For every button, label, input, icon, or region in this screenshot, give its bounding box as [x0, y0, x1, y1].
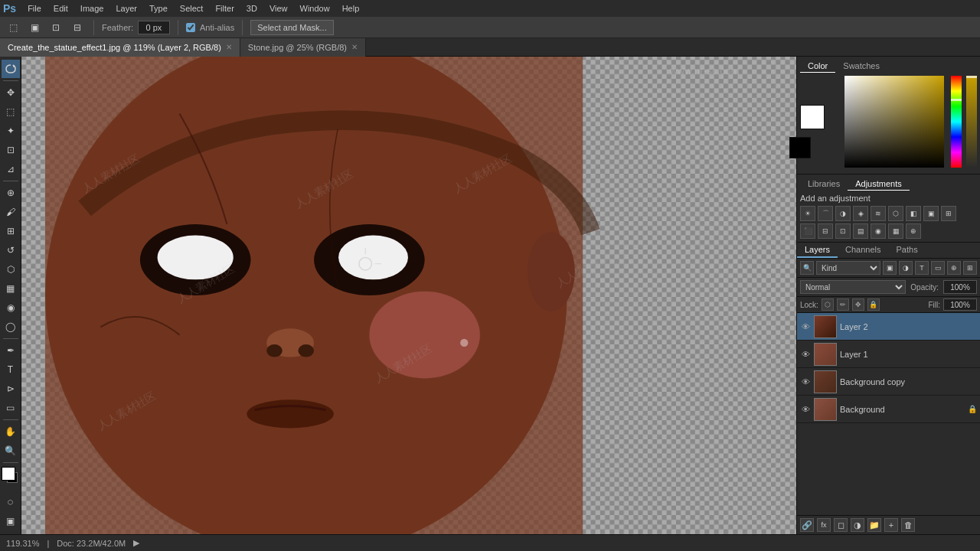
- adj-curves[interactable]: ⌒: [818, 206, 833, 221]
- adj-vibrance[interactable]: ◈: [853, 206, 868, 221]
- tab-0-close[interactable]: ✕: [226, 43, 232, 51]
- tab-channels[interactable]: Channels: [838, 243, 888, 258]
- tab-adjustments[interactable]: Adjustments: [848, 178, 910, 191]
- tool-shape[interactable]: ▭: [2, 399, 20, 417]
- menu-window[interactable]: Window: [295, 2, 335, 15]
- select-mask-button[interactable]: Select and Mask...: [250, 20, 334, 35]
- blend-mode-select[interactable]: Normal: [800, 280, 906, 294]
- tool-eraser[interactable]: ⬡: [2, 260, 20, 279]
- menu-3d[interactable]: 3D: [241, 2, 263, 15]
- menu-layer[interactable]: Layer: [110, 2, 142, 15]
- tab-swatches[interactable]: Swatches: [835, 60, 887, 73]
- layer-eye-bg[interactable]: 👁: [800, 404, 811, 415]
- tool-clone[interactable]: ⊞: [2, 222, 20, 240]
- layer-eye-bgcopy[interactable]: 👁: [800, 377, 811, 387]
- status-arrow[interactable]: ▶: [133, 538, 139, 548]
- adj-brightness[interactable]: ☀: [800, 206, 815, 221]
- tool-magic-wand[interactable]: ✦: [2, 122, 20, 140]
- layer-item[interactable]: 👁 Layer 1: [797, 341, 980, 368]
- adj-exposure[interactable]: ◑: [835, 206, 851, 221]
- tool-hand[interactable]: ✋: [2, 422, 20, 441]
- layer-fx-btn[interactable]: fx: [817, 518, 831, 532]
- fg-swatch[interactable]: [800, 105, 825, 129]
- tab-paths[interactable]: Paths: [889, 243, 926, 258]
- tool-crop[interactable]: ⊡: [2, 141, 20, 159]
- layers-ctrl-shape[interactable]: ▭: [931, 261, 945, 275]
- adj-invert[interactable]: ⬛: [800, 223, 815, 239]
- tool-option-3[interactable]: ⊡: [47, 19, 64, 36]
- tool-text[interactable]: T: [2, 360, 20, 379]
- adj-bw[interactable]: ◧: [906, 206, 921, 221]
- layers-filter-kind-icon[interactable]: 🔍: [800, 261, 814, 275]
- tool-lasso[interactable]: [2, 60, 20, 78]
- color-alpha-slider[interactable]: [966, 76, 977, 168]
- menu-file[interactable]: File: [22, 2, 47, 15]
- menu-filter[interactable]: Filter: [210, 2, 239, 15]
- layers-kind-select[interactable]: Kind: [816, 261, 880, 275]
- tool-blur[interactable]: ◉: [2, 298, 20, 317]
- layer-delete-btn[interactable]: 🗑: [901, 518, 915, 532]
- adj-selective-color[interactable]: ◉: [871, 223, 886, 239]
- tool-dodge[interactable]: ◯: [2, 318, 20, 336]
- feather-input[interactable]: [138, 21, 170, 34]
- tool-rect-select[interactable]: ⬚: [2, 103, 20, 121]
- lock-all[interactable]: 🔒: [867, 298, 880, 311]
- layer-link-btn[interactable]: 🔗: [800, 518, 814, 532]
- fg-color-swatch[interactable]: [2, 467, 15, 481]
- menu-image[interactable]: Image: [75, 2, 109, 15]
- menu-view[interactable]: View: [264, 2, 293, 15]
- tool-move[interactable]: ✥: [2, 83, 20, 102]
- layers-ctrl-smart[interactable]: ⊕: [947, 261, 961, 275]
- menu-type[interactable]: Type: [144, 2, 173, 15]
- antialias-checkbox[interactable]: [186, 23, 195, 32]
- tool-pen[interactable]: ✒: [2, 341, 20, 360]
- adj-color-balance[interactable]: ⬡: [888, 206, 903, 221]
- adj-gradient-map[interactable]: ▤: [853, 223, 868, 239]
- layer-item[interactable]: 👁 Background copy: [797, 368, 980, 396]
- fill-input[interactable]: [943, 298, 977, 311]
- adj-channel-mixer[interactable]: ⊞: [941, 206, 956, 221]
- layers-ctrl-adj[interactable]: ◑: [899, 261, 913, 275]
- adj-hsl[interactable]: ≋: [871, 206, 886, 221]
- tool-zoom[interactable]: 🔍: [2, 442, 20, 460]
- layer-new-btn[interactable]: +: [884, 518, 898, 532]
- tool-eyedropper[interactable]: ⊿: [2, 160, 20, 178]
- tool-quick-mask[interactable]: ⬡: [2, 493, 20, 511]
- canvas-area[interactable]: 人人素材社区 人人素材社区 人人素材社区 人人素材社区 人人素材社区 人人素材社…: [21, 57, 796, 534]
- tool-option-4[interactable]: ⊟: [69, 19, 86, 36]
- tool-history-brush[interactable]: ↺: [2, 241, 20, 259]
- lock-position[interactable]: ✥: [852, 298, 864, 311]
- adj-photo-filter[interactable]: ▣: [923, 206, 939, 221]
- layer-mask-btn[interactable]: ◻: [834, 518, 848, 532]
- color-hue-slider[interactable]: [951, 76, 962, 168]
- tab-0[interactable]: Create_the_statue_effect1.jpg @ 119% (La…: [0, 38, 240, 57]
- lock-image[interactable]: ✏: [837, 298, 849, 311]
- color-gradient[interactable]: [844, 76, 944, 168]
- tab-layers[interactable]: Layers: [797, 243, 838, 258]
- lock-transparent[interactable]: ⬡: [822, 298, 834, 311]
- adj-extra[interactable]: ⊕: [906, 223, 921, 239]
- tool-path-select[interactable]: ⊳: [2, 380, 20, 398]
- tool-option-2[interactable]: ▣: [26, 19, 43, 36]
- tab-color[interactable]: Color: [800, 60, 835, 73]
- layer-eye-2[interactable]: 👁: [800, 321, 811, 332]
- adj-levels[interactable]: ▦: [888, 223, 903, 239]
- layer-eye-1[interactable]: 👁: [800, 349, 811, 360]
- adj-threshold[interactable]: ⊡: [835, 223, 851, 239]
- layer-item[interactable]: 👁 Layer 2: [797, 313, 980, 341]
- menu-select[interactable]: Select: [175, 2, 209, 15]
- tab-1-close[interactable]: ✕: [351, 43, 358, 51]
- tool-gradient[interactable]: ▦: [2, 279, 20, 298]
- tab-libraries[interactable]: Libraries: [800, 178, 848, 191]
- tool-screen-mode[interactable]: ▣: [2, 512, 20, 530]
- tool-option-1[interactable]: ⬚: [5, 19, 21, 36]
- layer-adj-btn[interactable]: ◑: [851, 518, 864, 532]
- layers-ctrl-grid[interactable]: ⊞: [963, 261, 977, 275]
- layer-group-btn[interactable]: 📁: [867, 518, 881, 532]
- tab-1[interactable]: Stone.jpg @ 25% (RGB/8) ✕: [240, 38, 366, 57]
- opacity-input[interactable]: [943, 280, 977, 294]
- layers-ctrl-type[interactable]: T: [915, 261, 929, 275]
- tool-healing[interactable]: ⊕: [2, 184, 20, 202]
- bg-swatch[interactable]: [789, 137, 811, 158]
- layer-item[interactable]: 👁 Background 🔒: [797, 396, 980, 423]
